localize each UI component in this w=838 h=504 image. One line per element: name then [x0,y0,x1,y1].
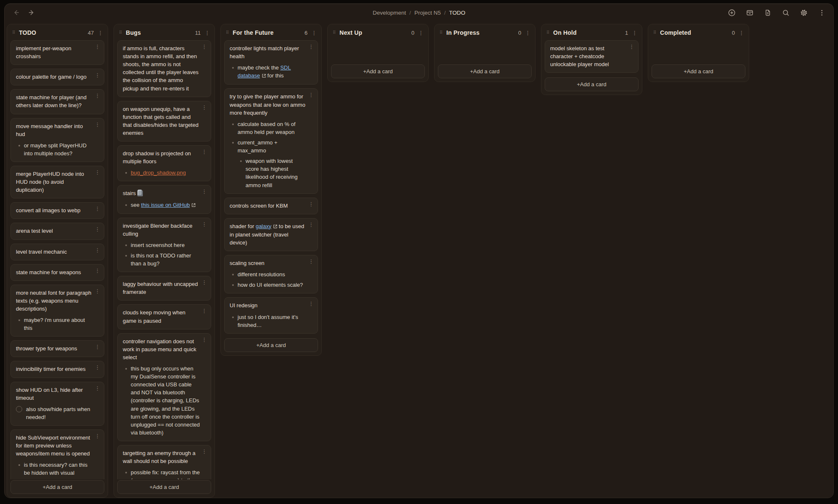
drag-handle-icon[interactable]: ⠿ [333,31,336,35]
card-link[interactable]: galaxy [256,223,272,229]
card-menu-icon[interactable]: ⋮ [95,93,100,98]
card[interactable]: ⋮investigate Blender backface cullingins… [117,218,211,273]
column-menu-icon[interactable]: ⋮ [632,30,637,36]
card-menu-icon[interactable]: ⋮ [202,280,207,285]
card-menu-icon[interactable]: ⋮ [308,44,314,49]
card-menu-icon[interactable]: ⋮ [202,337,207,342]
card[interactable]: ⋮scaling screendifferent resolutionshow … [224,255,318,293]
card-menu-icon[interactable]: ⋮ [202,221,207,227]
card[interactable]: ⋮controller lights match player healthma… [224,40,318,85]
card-menu-icon[interactable]: ⋮ [95,288,100,294]
card[interactable]: ⋮on weapon unequip, have a function that… [117,101,211,141]
card[interactable]: ⋮merge PlayerHUD node into HUD node (to … [10,166,104,198]
card-menu-icon[interactable]: ⋮ [95,386,100,391]
column-menu-icon[interactable]: ⋮ [204,30,210,36]
add-card-button[interactable]: +Add a card [117,480,211,494]
card[interactable]: ⋮state machine for player (and others la… [10,89,104,114]
card-menu-icon[interactable]: ⋮ [202,449,207,454]
add-card-button[interactable]: +Add a card [652,64,745,78]
forward-button[interactable] [27,8,36,17]
card[interactable]: ⋮move message handler into hudor maybe s… [10,118,104,162]
card[interactable]: ⋮arena test level [10,223,104,239]
card[interactable]: ⋮level travel mechanic [10,244,104,260]
card-menu-icon[interactable]: ⋮ [95,122,100,127]
card-menu-icon[interactable]: ⋮ [308,301,314,306]
card-menu-icon[interactable]: ⋮ [202,44,207,49]
column-menu-icon[interactable]: ⋮ [418,30,423,36]
column-menu-icon[interactable]: ⋮ [311,30,316,36]
bullet-text: possible fix: raycast from the (weapon o… [131,469,200,479]
add-card-button[interactable]: +Add a card [10,480,104,494]
card[interactable]: ⋮state machine for weapons [10,264,104,281]
card[interactable]: ⋮shader for galaxy to be used in planet … [224,218,318,251]
column-menu-icon[interactable]: ⋮ [525,30,530,36]
card-menu-icon[interactable]: ⋮ [308,222,314,227]
card-menu-icon[interactable]: ⋮ [202,105,207,110]
card-menu-icon[interactable]: ⋮ [308,259,314,264]
settings-button[interactable] [799,8,808,17]
card-menu-icon[interactable]: ⋮ [629,44,634,49]
card[interactable]: ⋮invincibility timer for enemies [10,361,104,378]
card-menu-icon[interactable]: ⋮ [95,433,100,439]
card[interactable]: ⋮clouds keep moving when game is paused [117,304,211,329]
card-menu-icon[interactable]: ⋮ [308,92,314,98]
card[interactable]: ⋮colour palette for game / logo [10,69,104,85]
card[interactable]: ⋮thrower type for weapons [10,340,104,357]
search-button[interactable] [781,8,790,17]
card[interactable]: ⋮more neutral font for paragraph texts (… [10,285,104,337]
card[interactable]: ⋮show HUD on L3, hide after timeoutalso … [10,382,104,426]
card-menu-icon[interactable]: ⋮ [95,365,100,370]
card[interactable]: ⋮try to give the player ammo for weapons… [224,88,318,193]
bullet-dot-icon [18,464,20,466]
drag-handle-icon[interactable]: ⠿ [119,31,122,35]
card[interactable]: ⋮drop shadow is projected on multiple fl… [117,145,211,181]
card-menu-icon[interactable]: ⋮ [202,149,207,154]
card[interactable]: ⋮stairs see this issue on GitHub [117,185,211,213]
card[interactable]: ⋮implement per-weapon crosshairs [10,40,104,65]
card-menu-icon[interactable]: ⋮ [95,206,100,211]
card[interactable]: ⋮if ammo is full, characters stands in a… [117,40,211,97]
drag-handle-icon[interactable]: ⠿ [653,31,656,35]
card-menu-icon[interactable]: ⋮ [95,226,100,232]
card-menu-icon[interactable]: ⋮ [95,170,100,175]
notes-button[interactable] [763,8,772,17]
back-button[interactable] [12,8,21,17]
card[interactable]: ⋮convert all images to webp [10,202,104,219]
drag-handle-icon[interactable]: ⠿ [12,31,15,35]
card-menu-icon[interactable]: ⋮ [95,268,100,273]
checkbox-circle-icon[interactable] [16,406,22,412]
drag-handle-icon[interactable]: ⠿ [546,31,549,35]
more-menu-button[interactable] [817,8,826,17]
add-card-button[interactable]: +Add a card [331,64,425,78]
card[interactable]: ⋮UI redesignjust so I don't assume it's … [224,297,318,333]
add-card-button[interactable]: +Add a card [438,64,532,78]
card-menu-icon[interactable]: ⋮ [308,201,314,207]
card-menu-icon[interactable]: ⋮ [95,247,100,253]
column-menu-icon[interactable]: ⋮ [739,30,744,36]
card[interactable]: ⋮targetting an enemy through a wall shou… [117,445,211,479]
card[interactable]: ⋮controller navigation does not work in … [117,333,211,441]
card-title: investigate Blender backface culling [123,222,200,238]
card-menu-icon[interactable]: ⋮ [95,344,100,350]
card-menu-icon[interactable]: ⋮ [202,308,207,314]
add-card-button[interactable]: +Add a card [545,77,639,91]
column-next-up: ⠿Next Up0⋮+Add a card [327,24,429,82]
card[interactable]: ⋮model skeleton as test character + chea… [545,40,639,73]
drag-handle-icon[interactable]: ⠿ [440,31,442,35]
column-menu-icon[interactable]: ⋮ [98,30,103,36]
card-title: show HUD on L3, hide after timeout [16,386,93,402]
drag-handle-icon[interactable]: ⠿ [226,31,229,35]
card[interactable]: ⋮hide SubViewport environment for item p… [10,429,104,479]
card[interactable]: ⋮controls screen for KBM [224,198,318,214]
card-link[interactable]: bug_drop_shadow.png [131,170,186,176]
archive-button[interactable] [745,8,754,17]
card[interactable]: ⋮laggy behaviour with uncapped framerate [117,276,211,301]
card-link[interactable]: this issue on GitHub [141,202,190,208]
add-card-button[interactable]: +Add a card [224,338,318,352]
card-menu-icon[interactable]: ⋮ [95,44,100,49]
card-menu-icon[interactable]: ⋮ [95,72,100,78]
add-button[interactable] [727,8,736,17]
breadcrumb-project[interactable]: Project N5 [414,10,441,16]
card-menu-icon[interactable]: ⋮ [202,189,207,194]
breadcrumb-workspace[interactable]: Development [373,10,406,16]
